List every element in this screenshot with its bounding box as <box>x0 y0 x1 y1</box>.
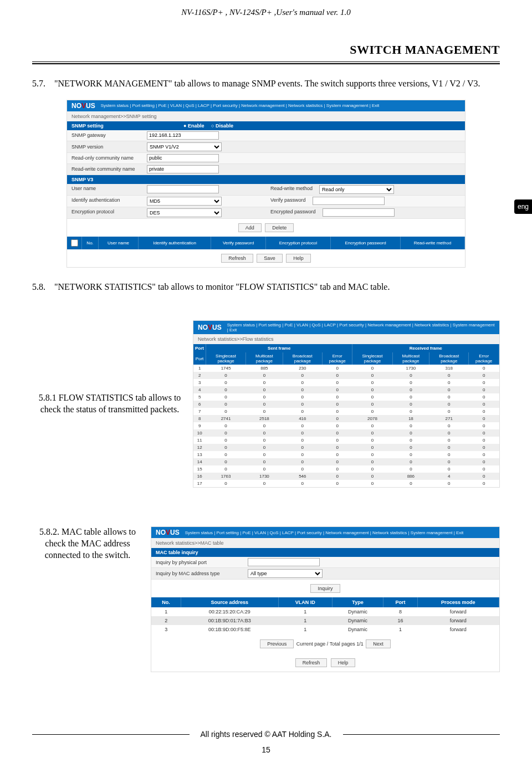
table-row: 117458852300017303180 <box>193 365 499 372</box>
table-row: 300:1B:9D:00:F5:8E1Dynamic1forward <box>151 625 499 634</box>
top-menu[interactable]: System status | Port setting | PoE | VLA… <box>101 103 380 108</box>
table-row: 200000000 <box>193 372 499 379</box>
top-menu[interactable]: System status | Port setting | PoE | VLA… <box>227 322 495 332</box>
para-num: 5.7. <box>32 78 52 90</box>
breadcrumb: Network statistics>>MAC table <box>151 538 499 548</box>
username-input[interactable] <box>147 185 219 193</box>
divider <box>343 734 500 735</box>
verify-pw-input[interactable] <box>313 197 385 205</box>
table-row: 82741251841602078182710 <box>193 415 499 422</box>
snmp-version-select[interactable]: SNMP V1/V2 <box>147 142 222 151</box>
table-row: 600000000 <box>193 401 499 408</box>
section-snmp-setting: SNMP setting ● Enable ○ Disable <box>67 121 465 130</box>
table-row: 1500000000 <box>193 465 499 473</box>
logo: NOVUS <box>71 102 95 110</box>
snmp-gateway-input[interactable] <box>147 131 219 140</box>
rw-community-input[interactable] <box>147 165 219 173</box>
previous-button[interactable]: Previous <box>260 639 294 648</box>
rw-method-select[interactable]: Read only <box>319 185 394 194</box>
table-row: 1400000000 <box>193 458 499 465</box>
inquiry-type-select[interactable]: All type <box>248 569 323 578</box>
logo: NOVUS <box>198 324 222 331</box>
enc-proto-select[interactable]: DES <box>147 208 222 217</box>
divider <box>32 63 500 64</box>
label: User name <box>67 184 145 194</box>
table-row: 16176317305460088640 <box>193 473 499 480</box>
refresh-button[interactable]: Refresh <box>221 254 253 263</box>
section-snmp-v3: SNMP V3 <box>67 175 465 184</box>
language-tab[interactable]: eng <box>514 199 532 214</box>
label: Identify authentication <box>67 196 145 207</box>
table-row: 1300000000 <box>193 451 499 458</box>
table-row: 300000000 <box>193 379 499 386</box>
divider <box>32 734 190 735</box>
label: SNMP version <box>67 142 145 151</box>
top-menu[interactable]: System status | Port setting | PoE | VLA… <box>185 530 464 535</box>
table-row: 200:1B:9D:01:7A:B31Dynamic16forward <box>151 616 499 625</box>
label: Inquiry by physical port <box>151 558 245 567</box>
doc-header: NV-116S/P+ , NV-124S/P+ ,User's manual v… <box>32 6 500 34</box>
save-button[interactable]: Save <box>257 254 283 263</box>
footer-text: All rights reserved © AAT Holding S.A. <box>201 730 332 739</box>
label: Encryption protocol <box>67 207 145 218</box>
snmp-screenshot: NOVUS System status | Port setting | PoE… <box>66 100 466 268</box>
delete-button[interactable]: Delete <box>265 223 294 232</box>
table-row: 1000000000 <box>193 429 499 437</box>
label: Read-only community name <box>67 153 145 162</box>
page-number: 15 <box>32 745 500 754</box>
radio-disable[interactable]: ○ Disable <box>211 123 233 129</box>
section-title: SWITCH MANAGEMENT <box>32 43 500 57</box>
table-header: No.User nameIdentify authentication Veri… <box>67 237 465 249</box>
table-row: 700000000 <box>193 408 499 415</box>
para-text: "NETWORK MANAGEMENT" tab allows to manag… <box>54 79 480 88</box>
caption-5-8-1: 5.8.1 FLOW STATISTICS tab allows to chec… <box>32 392 182 416</box>
para-num: 5.8. <box>32 281 52 293</box>
help-button[interactable]: Help <box>331 658 356 667</box>
next-button[interactable]: Next <box>366 639 391 648</box>
logo: NOVUS <box>156 529 180 536</box>
divider <box>32 62 500 62</box>
app-header: NOVUS System status | Port setting | PoE… <box>67 100 465 111</box>
para-text: "NETWORK STATISTICS" tab allows to monit… <box>54 282 390 291</box>
ro-community-input[interactable] <box>147 154 219 162</box>
label: Read-write community name <box>67 165 145 173</box>
label: SNMP gateway <box>67 131 145 140</box>
table-row: 500000000 <box>193 393 499 401</box>
breadcrumb: Network management>>SNMP setting <box>67 111 465 121</box>
paragraph-5-8: 5.8. "NETWORK STATISTICS" tab allows to … <box>32 281 500 293</box>
radio-enable[interactable]: ● Enable <box>183 123 204 129</box>
pager-text: Current page / Total pages 1/1 <box>296 641 364 647</box>
help-button[interactable]: Help <box>286 254 311 263</box>
caption-5-8-2: 5.8.2. MAC table allows to check the MAC… <box>32 526 143 561</box>
table-row: 1100000000 <box>193 437 499 444</box>
section-mac-inquiry: MAC table inquiry <box>151 548 499 557</box>
table-row: 100:22:15:20:CA:291Dynamic8forward <box>151 607 499 616</box>
inquiry-port-input[interactable] <box>248 558 320 566</box>
table-row: 1200000000 <box>193 444 499 451</box>
table-row: 400000000 <box>193 386 499 393</box>
ident-auth-select[interactable]: MD5 <box>147 197 222 206</box>
flow-screenshot: NOVUSSystem status | Port setting | PoE … <box>193 320 500 488</box>
enc-pw-input[interactable] <box>323 208 395 217</box>
inquiry-button[interactable]: Inquiry <box>310 584 340 593</box>
add-button[interactable]: Add <box>238 223 262 232</box>
mac-table: No.Source addressVLAN ID TypePortProcess… <box>151 597 499 634</box>
label: Read-write method <box>266 184 317 195</box>
label: Encrypted password <box>266 207 320 218</box>
table-row: 1700000000 <box>193 480 499 487</box>
refresh-button[interactable]: Refresh <box>295 658 328 667</box>
select-all-checkbox[interactable] <box>71 239 78 247</box>
table-row: 900000000 <box>193 422 499 429</box>
flow-table: Port Sent frame Received frame Port Sing… <box>193 344 499 487</box>
label: Inquiry by MAC address type <box>151 569 245 578</box>
paragraph-5-7: 5.7. "NETWORK MANAGEMENT" tab allows to … <box>32 78 500 90</box>
label: Verify password <box>266 196 310 206</box>
mac-screenshot: NOVUSSystem status | Port setting | PoE … <box>151 526 500 672</box>
breadcrumb: Network statistics>>Flow statistics <box>193 334 499 344</box>
